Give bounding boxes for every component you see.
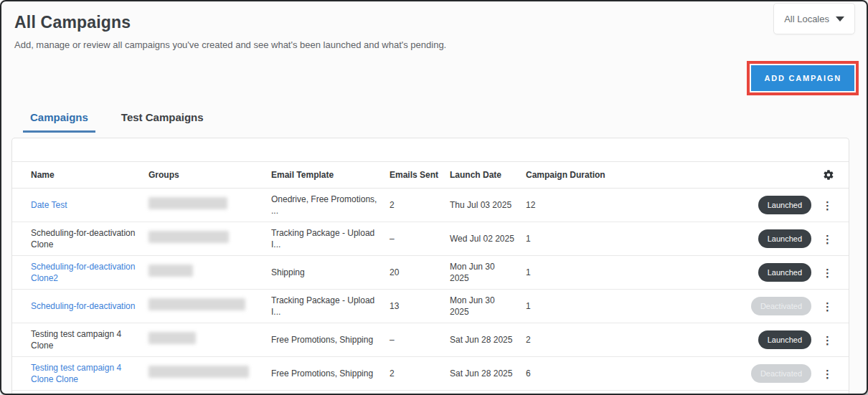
status-badge: Launched — [758, 330, 811, 350]
kebab-menu-icon[interactable]: ⋮ — [822, 200, 833, 211]
groups-cell — [148, 231, 271, 246]
kebab-menu-icon[interactable]: ⋮ — [822, 267, 833, 278]
column-header-groups: Groups — [148, 170, 271, 180]
launch-date-cell: Mon Jun 30 2025 — [450, 261, 526, 284]
email-template-cell: Tracking Package - Upload I... — [271, 227, 390, 250]
emails-sent-cell: 20 — [390, 267, 450, 278]
emails-sent-cell: 13 — [390, 300, 450, 312]
groups-redacted-blur — [148, 197, 227, 209]
status-cell: Deactivated ⋮ — [727, 297, 834, 316]
email-template-cell: Free Promotions, Shipping — [271, 334, 390, 346]
column-header-emails-sent: Emails Sent — [390, 170, 450, 180]
name-cell: Testing test campaign 4 Clone — [31, 328, 148, 351]
name-cell: Scheduling-for-deactivation — [31, 300, 148, 312]
campaign-name-link: Scheduling-for-deactivation Clone — [31, 228, 135, 249]
status-badge: Deactivated — [751, 364, 811, 384]
status-badge: Launched — [758, 196, 811, 215]
add-campaign-button[interactable]: ADD CAMPAIGN — [751, 65, 854, 91]
status-cell: Launched ⋮ — [727, 196, 834, 215]
table-body: Date Test Onedrive, Free Promotions, ...… — [12, 189, 849, 391]
column-header-email-template: Email Template — [271, 170, 390, 180]
status-cell: Deactivated ⋮ — [727, 364, 834, 384]
column-header-name: Name — [31, 170, 148, 180]
launch-date-cell: Thu Jul 03 2025 — [450, 199, 526, 211]
table-row: Date Test Onedrive, Free Promotions, ...… — [12, 189, 849, 222]
groups-cell — [148, 332, 271, 347]
emails-sent-cell: – — [390, 334, 450, 346]
tab-campaigns[interactable]: Campaigns — [23, 108, 95, 133]
launch-date-cell: Sat Jun 28 2025 — [450, 368, 526, 379]
column-header-campaign-duration: Campaign Duration — [526, 170, 727, 180]
email-template-cell: Free Promotions, Shipping — [271, 368, 390, 379]
kebab-menu-icon[interactable]: ⋮ — [822, 234, 833, 244]
campaign-name-link[interactable]: Date Test — [31, 200, 67, 210]
status-cell: Launched ⋮ — [727, 330, 834, 350]
status-badge: Launched — [758, 263, 811, 282]
gear-icon[interactable] — [823, 169, 834, 181]
page-subtitle: Add, manage or review all campaigns you'… — [14, 39, 446, 50]
status-cell: Launched ⋮ — [727, 229, 834, 249]
campaign-duration-cell: 1 — [526, 300, 727, 312]
table-row: Testing test campaign 4 Clone Free Promo… — [12, 323, 849, 357]
caret-down-icon — [836, 16, 844, 22]
table-toolbar — [12, 138, 849, 161]
emails-sent-cell: – — [390, 233, 450, 244]
status-badge: Launched — [758, 229, 811, 249]
campaign-name-link: Testing test campaign 4 Clone — [31, 329, 121, 351]
status-cell: Launched ⋮ — [727, 263, 834, 282]
launch-date-cell: Wed Jul 02 2025 — [450, 233, 526, 244]
kebab-menu-icon[interactable]: ⋮ — [822, 368, 833, 379]
app-window: All Campaigns Add, manage or review all … — [0, 0, 868, 395]
campaign-name-link[interactable]: Testing test campaign 4 Clone Clone — [31, 363, 121, 384]
groups-cell — [148, 298, 271, 313]
groups-cell — [148, 265, 271, 280]
email-template-cell: Shipping — [271, 267, 390, 278]
launch-date-cell: Mon Jun 30 2025 — [450, 295, 526, 318]
table-row: Scheduling-for-deactivation Tracking Pac… — [12, 290, 849, 323]
column-header-launch-date: Launch Date — [450, 170, 526, 180]
locale-selector-label: All Locales — [784, 14, 829, 24]
campaigns-table-card: Name Groups Email Template Emails Sent L… — [11, 138, 849, 394]
email-template-cell: Onedrive, Free Promotions, ... — [271, 194, 390, 216]
launch-date-cell: Sat Jun 28 2025 — [450, 334, 526, 346]
add-campaign-highlight-annotation: ADD CAMPAIGN — [747, 61, 859, 95]
table-row: Scheduling-for-deactivation Clone Tracki… — [12, 222, 849, 256]
campaign-name-link[interactable]: Scheduling-for-deactivation — [31, 301, 135, 311]
groups-redacted-blur — [148, 366, 249, 378]
campaign-duration-cell: 2 — [526, 334, 727, 346]
tab-test-campaigns[interactable]: Test Campaigns — [114, 108, 211, 133]
name-cell: Date Test — [31, 199, 148, 211]
name-cell: Scheduling-for-deactivation Clone2 — [31, 261, 148, 284]
status-badge: Deactivated — [751, 297, 811, 316]
page-title: All Campaigns — [14, 13, 131, 32]
campaign-duration-cell: 6 — [526, 368, 727, 379]
campaign-name-link[interactable]: Scheduling-for-deactivation Clone2 — [31, 262, 135, 283]
groups-redacted-blur — [148, 298, 245, 310]
kebab-menu-icon[interactable]: ⋮ — [822, 301, 833, 312]
emails-sent-cell: 2 — [390, 368, 450, 379]
name-cell: Scheduling-for-deactivation Clone — [31, 227, 148, 250]
groups-redacted-blur — [148, 265, 193, 277]
groups-cell — [148, 366, 271, 381]
campaign-duration-cell: 12 — [526, 199, 727, 211]
table-row: Testing test campaign 4 Clone Clone Free… — [12, 357, 849, 391]
groups-cell — [148, 197, 271, 212]
tab-bar: Campaigns Test Campaigns — [23, 108, 230, 133]
emails-sent-cell: 2 — [390, 199, 450, 211]
groups-redacted-blur — [148, 332, 196, 344]
campaign-duration-cell: 1 — [526, 233, 727, 244]
table-header-row: Name Groups Email Template Emails Sent L… — [12, 161, 849, 189]
table-row: Scheduling-for-deactivation Clone2 Shipp… — [12, 256, 849, 290]
kebab-menu-icon[interactable]: ⋮ — [822, 335, 833, 346]
name-cell: Testing test campaign 4 Clone Clone — [31, 362, 148, 385]
campaign-duration-cell: 1 — [526, 267, 727, 278]
locale-selector[interactable]: All Locales — [773, 3, 855, 34]
email-template-cell: Tracking Package - Upload I... — [271, 295, 390, 318]
groups-redacted-blur — [148, 231, 229, 243]
